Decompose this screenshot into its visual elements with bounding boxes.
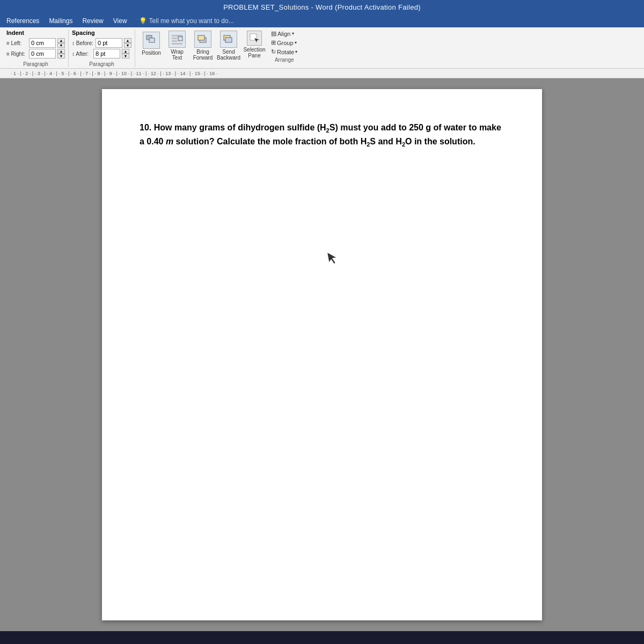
spacing-before-label: ↕ Before: [72, 40, 93, 46]
rotate-dropdown-arrow: ▾ [295, 49, 297, 54]
spacing-after-input[interactable]: 8 pt [93, 49, 120, 58]
svg-marker-13 [327, 251, 338, 265]
spacing-before-input[interactable]: 0 pt [96, 38, 122, 48]
paragraph-label-2: Paragraph [72, 60, 131, 67]
svg-rect-10 [225, 38, 232, 42]
tell-me-input[interactable] [149, 17, 257, 25]
ribbon-indent-section: Indent ≡ Left: 0 cm ▲ ▼ ≡ Right: 0 cm ▲ … [3, 30, 69, 67]
indent-left-label: ≡ Left: [6, 40, 27, 46]
question-text: 10. How many grams of dihydrogen sulfide… [140, 121, 504, 149]
ruler-tick-1: · 1 · | · 2 · | · 3 · | · 4 · | · 5 · | … [11, 71, 217, 76]
spacing-after-spinner[interactable]: ▲ ▼ [122, 49, 129, 58]
arrange-right-group: ▤ Align ▾ ⊞ Group ▾ ↻ Rotate ▾ Arrange [267, 30, 301, 63]
tell-me-bar: 💡 [139, 17, 644, 25]
spacing-heading: Spacing [72, 30, 131, 36]
spacing-before-down[interactable]: ▼ [124, 43, 131, 48]
spacing-after-label: ↕ After: [72, 51, 91, 57]
indent-left-spinner[interactable]: ▲ ▼ [57, 38, 65, 48]
document-area: 10. How many grams of dihydrogen sulfide… [0, 78, 644, 631]
ribbon-arrange-section: Position Wrap Text [135, 30, 304, 67]
arrange-label: Arrange [269, 57, 299, 63]
menu-view[interactable]: View [109, 16, 131, 26]
svg-rect-3 [172, 38, 177, 39]
ribbon-spacing-section: Spacing ↕ Before: 0 pt ▲ ▼ ↕ After: 8 pt… [69, 30, 135, 67]
selection-pane-label: Selection Pane [243, 47, 265, 58]
indent-left-input[interactable]: 0 cm [29, 38, 56, 48]
send-backward-label: Send Backward [217, 49, 240, 61]
position-label: Position [142, 50, 161, 56]
cursor-arrow [326, 249, 342, 269]
ruler: · 1 · | · 2 · | · 3 · | · 4 · | · 5 · | … [0, 69, 644, 78]
indent-right-down[interactable]: ▼ [57, 54, 65, 58]
wrap-text-button[interactable]: Wrap Text [164, 30, 190, 62]
rotate-button[interactable]: ↻ Rotate ▾ [269, 48, 299, 56]
selection-pane-button[interactable]: Selection Pane [241, 30, 267, 60]
svg-rect-4 [178, 36, 182, 41]
svg-rect-1 [149, 38, 155, 42]
indent-left-down[interactable]: ▼ [57, 43, 65, 48]
align-dropdown-arrow: ▾ [292, 31, 294, 36]
align-button[interactable]: ▤ Align ▾ [269, 30, 299, 38]
menu-review[interactable]: Review [78, 16, 107, 26]
bring-forward-button[interactable]: Bring Forward [190, 30, 216, 62]
ribbon: Indent ≡ Left: 0 cm ▲ ▼ ≡ Right: 0 cm ▲ … [0, 27, 644, 69]
menu-mailings[interactable]: Mailings [45, 16, 77, 26]
indent-right-up[interactable]: ▲ [57, 49, 65, 54]
spacing-before-spinner[interactable]: ▲ ▼ [124, 38, 131, 48]
indent-right-input[interactable]: 0 cm [29, 49, 56, 58]
bring-forward-icon [194, 31, 211, 48]
wrap-text-label: Wrap Text [171, 49, 184, 61]
svg-rect-8 [198, 35, 204, 40]
rotate-icon: ↻ [271, 48, 276, 55]
title-bar: PROBLEM SET_Solutions - Word (Product Ac… [0, 0, 644, 14]
svg-rect-6 [172, 43, 182, 45]
document-page: 10. How many grams of dihydrogen sulfide… [102, 89, 542, 620]
spacing-after-up[interactable]: ▲ [122, 49, 129, 54]
menu-references[interactable]: References [2, 16, 43, 26]
indent-left-up[interactable]: ▲ [57, 38, 65, 43]
question-number: 10. [140, 123, 154, 132]
indent-heading: Indent [6, 30, 65, 36]
wrap-text-icon [169, 31, 186, 48]
group-dropdown-arrow: ▾ [295, 40, 297, 45]
group-icon: ⊞ [271, 39, 276, 46]
spacing-before-up[interactable]: ▲ [124, 38, 131, 43]
position-button[interactable]: Position [138, 30, 164, 57]
paragraph-section-label: Paragraph [6, 60, 65, 67]
spacing-after-down[interactable]: ▼ [122, 54, 129, 58]
indent-right-label: ≡ Right: [6, 51, 27, 57]
group-button[interactable]: ⊞ Group ▾ [269, 39, 299, 47]
send-backward-button[interactable]: Send Backward [216, 30, 241, 62]
selection-pane-icon [247, 31, 262, 46]
bring-forward-label: Bring Forward [193, 49, 213, 61]
position-icon [143, 32, 160, 49]
align-icon: ▤ [271, 30, 276, 37]
send-backward-icon [220, 31, 237, 48]
svg-rect-5 [172, 40, 177, 42]
indent-right-spinner[interactable]: ▲ ▼ [57, 49, 65, 58]
menu-bar: References Mailings Review View 💡 [0, 14, 644, 27]
lightbulb-icon: 💡 [139, 17, 147, 25]
